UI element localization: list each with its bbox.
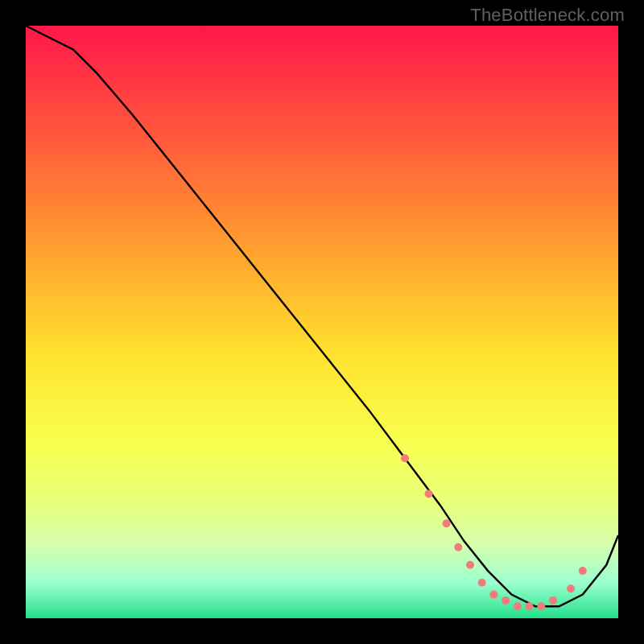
highlight-dot (478, 579, 486, 587)
gradient-background (26, 26, 618, 618)
highlight-dot (549, 597, 557, 605)
highlight-dot (466, 561, 474, 569)
watermark-label: TheBottleneck.com (470, 5, 625, 26)
plot-area (26, 26, 618, 618)
chart-frame: TheBottleneck.com (0, 0, 644, 644)
highlight-dot (579, 567, 587, 575)
highlight-dot (526, 602, 534, 610)
chart-svg (26, 26, 618, 618)
highlight-dot (537, 602, 545, 610)
highlight-dot (443, 519, 451, 527)
highlight-dot (489, 591, 497, 599)
highlight-dot (401, 454, 409, 462)
highlight-dot (514, 602, 522, 610)
highlight-dot (425, 489, 433, 497)
highlight-dot (567, 584, 575, 592)
highlight-dot (454, 543, 462, 551)
highlight-dot (502, 597, 510, 605)
